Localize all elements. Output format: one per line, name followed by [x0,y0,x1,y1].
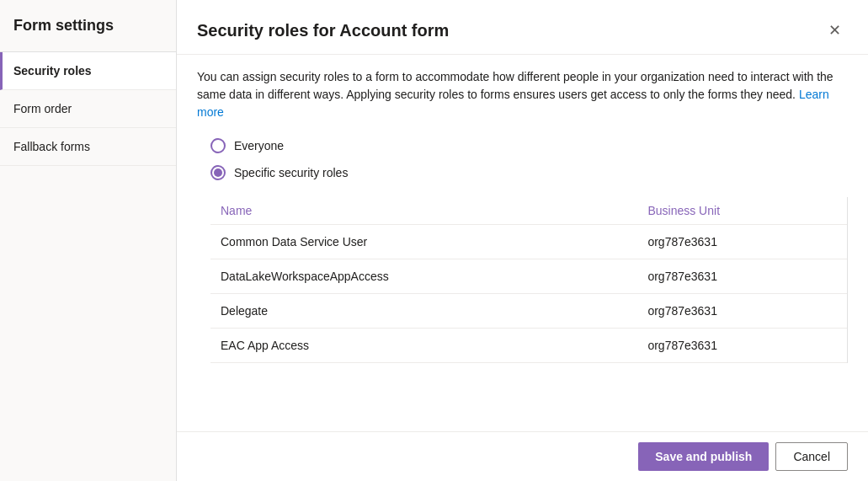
roles-table-wrapper: Name Business Unit Common Data Service U… [197,197,848,363]
sidebar-item-form-order[interactable]: Form order [0,90,176,128]
radio-specific-label: Specific security roles [234,166,348,179]
roles-table: Name Business Unit Common Data Service U… [210,197,847,363]
sidebar-item-label: Form order [13,102,72,115]
cell-name: Common Data Service User [210,225,637,259]
table-row[interactable]: Delegateorg787e3631 [210,294,847,329]
cell-name: Delegate [210,294,637,329]
cell-business-unit: org787e3631 [637,259,847,294]
radio-specific-input[interactable] [210,165,226,180]
dialog-footer: Save and publish Cancel [177,431,868,481]
col-header-name: Name [210,197,637,225]
sidebar-item-fallback-forms[interactable]: Fallback forms [0,128,176,166]
cell-name: EAC App Access [210,329,637,363]
sidebar-item-label: Fallback forms [13,140,90,153]
table-row[interactable]: Common Data Service Userorg787e3631 [210,225,847,259]
col-header-business-unit: Business Unit [637,197,847,225]
main-dialog: Security roles for Account form ✕ You ca… [177,0,868,481]
cell-business-unit: org787e3631 [637,225,847,259]
table-row[interactable]: DataLakeWorkspaceAppAccessorg787e3631 [210,259,847,294]
dialog-title: Security roles for Account form [197,21,449,40]
dialog-header: Security roles for Account form ✕ [177,0,868,55]
sidebar-item-security-roles[interactable]: Security roles [0,52,176,90]
close-button[interactable]: ✕ [821,17,848,44]
cell-name: DataLakeWorkspaceAppAccess [210,259,637,294]
table-header-row: Name Business Unit [210,197,847,225]
radio-everyone-label: Everyone [234,139,284,152]
table-row[interactable]: EAC App Accessorg787e3631 [210,329,847,363]
dialog-body: You can assign security roles to a form … [177,55,868,431]
radio-everyone[interactable]: Everyone [210,138,848,153]
sidebar-title: Form settings [0,0,176,52]
radio-specific[interactable]: Specific security roles [210,165,848,180]
cell-business-unit: org787e3631 [637,294,847,329]
sidebar-item-label: Security roles [13,64,92,77]
close-icon: ✕ [828,21,841,40]
radio-everyone-input[interactable] [210,138,226,153]
cancel-button[interactable]: Cancel [775,442,848,471]
radio-group: Everyone Specific security roles [197,138,848,180]
sidebar: Form settings Security roles Form order … [0,0,177,481]
cell-business-unit: org787e3631 [637,329,847,363]
save-publish-button[interactable]: Save and publish [638,442,769,471]
description-text: You can assign security roles to a form … [197,68,848,121]
